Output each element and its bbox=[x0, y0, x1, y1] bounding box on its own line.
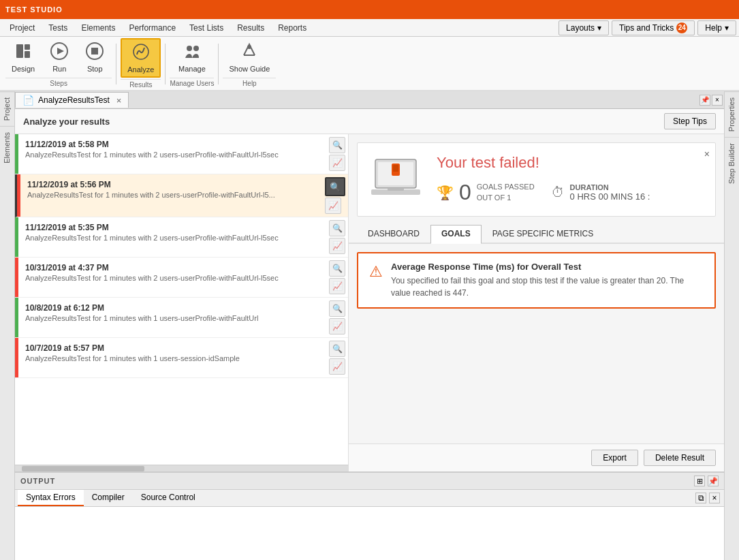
trend-action-2[interactable]: 📈 bbox=[325, 198, 341, 214]
result-desc-4: AnalyzeResultsTest for 1 minutes with 2 … bbox=[25, 274, 284, 282]
ribbon-group-steps: Design Run Stop Steps bbox=[5, 38, 112, 90]
result-item-2[interactable]: 11/12/2019 at 5:56 PM AnalyzeResultsTest… bbox=[15, 174, 348, 217]
results-list: 11/12/2019 at 5:58 PM AnalyzeResultsTest… bbox=[15, 134, 349, 471]
svg-rect-2 bbox=[25, 51, 30, 58]
output-copy-button[interactable]: ⧉ bbox=[695, 493, 706, 503]
duration-icon: ⏱ bbox=[551, 185, 565, 200]
layouts-button[interactable]: Layouts ▾ bbox=[559, 20, 609, 35]
result-desc-3: AnalyzeResultsTest for 1 minutes with 2 … bbox=[25, 234, 284, 242]
doc-tab-close-button[interactable]: × bbox=[116, 95, 122, 106]
ribbon-btn-show-guide[interactable]: Show Guide bbox=[223, 38, 276, 76]
list-scroll-thumb[interactable] bbox=[22, 466, 144, 471]
svg-point-8 bbox=[187, 46, 192, 51]
ribbon-btn-manage[interactable]: Manage bbox=[172, 38, 212, 76]
list-scrollbar[interactable] bbox=[15, 465, 348, 471]
trend-action-4[interactable]: 📈 bbox=[329, 278, 345, 294]
tab-page-metrics[interactable]: PAGE SPECIFIC METRICS bbox=[482, 225, 604, 244]
result-item-5[interactable]: 10/8/2019 at 6:12 PM AnalyzeResultsTest … bbox=[15, 298, 348, 338]
goals-icon: 🏆 bbox=[437, 185, 454, 201]
help-group-label: Help bbox=[223, 78, 276, 89]
right-panel: Properties Step Builder bbox=[724, 91, 739, 560]
left-tab-elements[interactable]: Elements bbox=[0, 126, 14, 169]
search-action-3[interactable]: 🔍 bbox=[329, 220, 345, 236]
divider-3 bbox=[218, 44, 219, 84]
output-pin-button[interactable]: 📌 bbox=[708, 476, 719, 486]
failure-banner: × bbox=[357, 142, 716, 217]
results-group-label: Results bbox=[121, 79, 161, 90]
tab-goals[interactable]: GOALS bbox=[430, 225, 482, 244]
document-tab[interactable]: 📄 AnalyzeResultsTest × bbox=[15, 92, 129, 108]
trend-action-6[interactable]: 📈 bbox=[329, 358, 345, 375]
tips-tricks-button[interactable]: Tips and Tricks 24 bbox=[612, 20, 695, 35]
svg-rect-17 bbox=[393, 165, 398, 172]
layouts-chevron-icon: ▾ bbox=[597, 23, 601, 33]
analyze-header-title: Analyze your results bbox=[23, 116, 110, 127]
panel-close-button[interactable]: × bbox=[712, 95, 723, 106]
result-actions-6: 🔍 📈 bbox=[326, 338, 348, 377]
result-item-1[interactable]: 11/12/2019 at 5:58 PM AnalyzeResultsTest… bbox=[15, 134, 348, 174]
search-action-6[interactable]: 🔍 bbox=[329, 341, 345, 357]
laptop-icon-wrap bbox=[368, 154, 423, 204]
result-date-5: 10/8/2019 at 6:12 PM bbox=[25, 303, 319, 313]
search-action-1[interactable]: 🔍 bbox=[329, 137, 345, 153]
step-tips-button[interactable]: Step Tips bbox=[664, 113, 716, 129]
banner-icon-area bbox=[368, 154, 423, 204]
output-tab-source-control[interactable]: Source Control bbox=[133, 490, 204, 506]
search-action-5[interactable]: 🔍 bbox=[329, 300, 345, 317]
result-item-6[interactable]: 10/7/2019 at 5:57 PM AnalyzeResultsTest … bbox=[15, 338, 348, 378]
output-panel: OUTPUT ⊞ 📌 Syntax Errors Compiler Source… bbox=[15, 471, 724, 560]
result-item-3[interactable]: 11/12/2019 at 5:35 PM AnalyzeResultsTest… bbox=[15, 217, 348, 258]
run-label: Run bbox=[52, 65, 66, 73]
result-item-4[interactable]: 10/31/2019 at 4:37 PM AnalyzeResultsTest… bbox=[15, 258, 348, 298]
design-icon bbox=[14, 42, 33, 63]
main-area: Project Elements 📄 AnalyzeResultsTest × … bbox=[0, 91, 739, 560]
output-title: OUTPUT bbox=[20, 477, 55, 485]
ribbon: Design Run Stop Steps bbox=[0, 37, 739, 91]
right-tab-step-builder[interactable]: Step Builder bbox=[725, 137, 739, 189]
trend-action-1[interactable]: 📈 bbox=[329, 155, 345, 171]
search-action-2[interactable]: 🔍 bbox=[325, 177, 345, 196]
menu-testlists[interactable]: Test Lists bbox=[183, 20, 230, 35]
ribbon-btn-analyze[interactable]: Analyze bbox=[121, 38, 161, 78]
result-actions-3: 🔍 📈 bbox=[326, 217, 348, 257]
delete-result-button[interactable]: Delete Result bbox=[644, 450, 716, 466]
right-tab-properties[interactable]: Properties bbox=[725, 91, 739, 137]
panel-pin-button[interactable]: 📌 bbox=[699, 95, 710, 106]
menu-project[interactable]: Project bbox=[3, 20, 42, 35]
svg-point-9 bbox=[193, 46, 199, 51]
tab-dashboard[interactable]: DASHBOARD bbox=[357, 225, 430, 244]
menu-performance[interactable]: Performance bbox=[122, 20, 183, 35]
left-tab-project[interactable]: Project bbox=[0, 91, 14, 126]
ribbon-btn-design[interactable]: Design bbox=[5, 38, 41, 76]
output-tab-compiler[interactable]: Compiler bbox=[84, 490, 133, 506]
help-button[interactable]: Help ▾ bbox=[697, 20, 736, 35]
trend-action-3[interactable]: 📈 bbox=[329, 238, 345, 254]
doc-tab-name: AnalyzeResultsTest bbox=[38, 95, 110, 105]
banner-close-button[interactable]: × bbox=[704, 149, 710, 159]
design-label: Design bbox=[12, 65, 35, 73]
goal-text: Average Response Time (ms) for Overall T… bbox=[391, 262, 704, 299]
stop-label: Stop bbox=[87, 65, 103, 73]
help-label: Help bbox=[705, 23, 722, 33]
panel-controls: 📌 × bbox=[698, 93, 724, 107]
menu-elements[interactable]: Elements bbox=[74, 20, 122, 35]
result-date-2: 11/12/2019 at 5:56 PM bbox=[27, 180, 315, 189]
menu-results[interactable]: Results bbox=[230, 20, 271, 35]
ribbon-btn-run[interactable]: Run bbox=[42, 38, 76, 76]
divider-1 bbox=[116, 44, 116, 84]
trend-action-5[interactable]: 📈 bbox=[329, 318, 345, 335]
doc-tab-icon: 📄 bbox=[22, 95, 34, 106]
ribbon-btn-stop[interactable]: Stop bbox=[78, 38, 112, 76]
menu-tests[interactable]: Tests bbox=[42, 20, 74, 35]
menu-reports[interactable]: Reports bbox=[271, 20, 313, 35]
title-bar: TEST STUDIO bbox=[0, 0, 739, 19]
banner-message: Your test failed! bbox=[437, 154, 704, 172]
output-tab-syntax-errors[interactable]: Syntax Errors bbox=[18, 490, 84, 506]
search-action-4[interactable]: 🔍 bbox=[329, 260, 345, 277]
banner-stats: 🏆 0 GOALS PASSEDOUT OF 1 ⏱ DURATION 0 HR… bbox=[437, 180, 704, 205]
result-desc-6: AnalyzeResultsTest for 1 minutes with 1 … bbox=[25, 354, 284, 362]
output-float-button[interactable]: ⊞ bbox=[694, 476, 705, 486]
export-button[interactable]: Export bbox=[591, 450, 638, 466]
output-close-button[interactable]: × bbox=[709, 493, 720, 503]
result-content-4: 10/31/2019 at 4:37 PM AnalyzeResultsTest… bbox=[18, 258, 326, 297]
